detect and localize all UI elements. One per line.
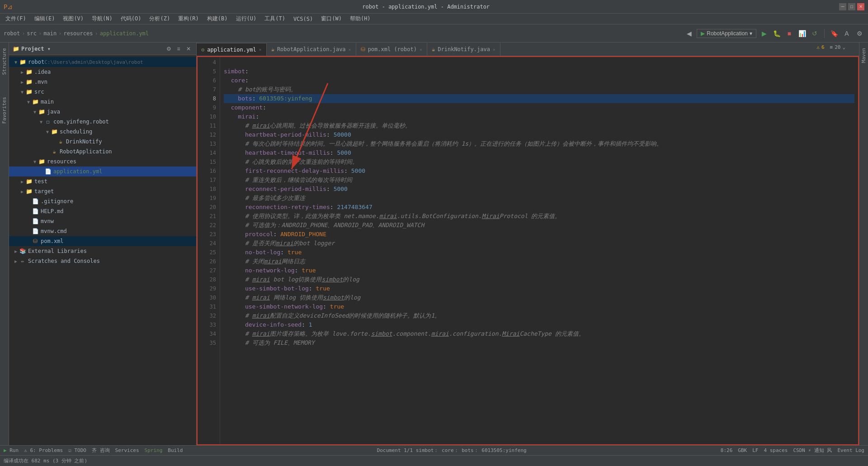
- menu-item-analyze[interactable]: 分析(Z): [146, 14, 174, 24]
- tree-label-mvnw: mvnw: [41, 218, 54, 224]
- tree-item-src[interactable]: ▼ 📁 src: [9, 87, 196, 97]
- left-tab-structure[interactable]: Structure: [0, 44, 8, 79]
- status-spring-btn[interactable]: Spring: [145, 447, 163, 453]
- panel-settings-btn[interactable]: ⚙: [165, 45, 173, 53]
- tab-label-appyml: application.yml: [207, 47, 256, 53]
- encoding-indicator[interactable]: GBK: [738, 447, 747, 453]
- font-button[interactable]: A: [842, 29, 852, 38]
- tab-drinknotify[interactable]: ☕ DrinkNotify.java ✕: [427, 43, 500, 56]
- status-git-btn[interactable]: 齐 咨询: [92, 447, 110, 454]
- menu-item-tools[interactable]: 工具(T): [261, 14, 289, 24]
- menu-item-edit[interactable]: 编辑(E): [31, 14, 59, 24]
- ln-27: 27: [198, 266, 216, 275]
- tab-robotapp[interactable]: ☕ RobotApplication.java ✕: [267, 43, 356, 56]
- tree-item-pom[interactable]: ▶ ⛁ pom.xml: [9, 236, 196, 246]
- menu-item-code[interactable]: 代码(O): [117, 14, 145, 24]
- maximize-button[interactable]: □: [848, 3, 855, 10]
- tree-item-mvn[interactable]: ▶ 📁 .mvn: [9, 77, 196, 87]
- bookmark-button[interactable]: 🔖: [829, 29, 839, 38]
- tree-item-scratches[interactable]: ▶ ✏ Scratches and Consoles: [9, 256, 196, 266]
- menu-item-run[interactable]: 运行(U): [232, 14, 260, 24]
- status-run-btn[interactable]: ▶ Run: [4, 447, 19, 453]
- line-sep-indicator[interactable]: LF: [752, 447, 758, 453]
- run-config-button[interactable]: ▶ RobotApplication ▾: [697, 29, 756, 38]
- folder-icon-mvn: 📁: [25, 78, 33, 86]
- panel-close-btn[interactable]: ✕: [184, 45, 193, 53]
- ln-18: 18: [198, 185, 216, 194]
- tree-item-test[interactable]: ▶ 📁 test: [9, 176, 196, 186]
- code-line-22: # 可选值为：ANDROID_PHONE、ANDROID_PAD、ANDROID…: [224, 221, 854, 230]
- right-tab-maven[interactable]: Maven: [860, 44, 868, 67]
- run-button[interactable]: ▶: [759, 29, 769, 38]
- notification-label[interactable]: CSDN ⚡ 通知 风: [793, 447, 832, 454]
- tab-close-drinknotify[interactable]: ✕: [493, 47, 495, 52]
- breadcrumb-robot[interactable]: robot: [4, 30, 20, 37]
- status-services-btn[interactable]: Services: [115, 447, 139, 453]
- tree-item-main[interactable]: ▼ 📁 main: [9, 97, 196, 107]
- tree-label-mvnwcmd: mvnw.cmd: [41, 228, 67, 234]
- expand-arrow-test: ▶: [19, 178, 25, 185]
- status-problems-btn[interactable]: ⚠ 6: Problems: [24, 447, 63, 453]
- menu-item-file[interactable]: 文件(F): [2, 14, 30, 24]
- minimize-button[interactable]: ─: [839, 3, 846, 10]
- tree-item-robot[interactable]: ▼ 📁 robot C:\Users\admin\Desktop\java\ro…: [9, 57, 196, 67]
- menu-item-help[interactable]: 帮助(H): [346, 14, 374, 24]
- panel-collapse-btn[interactable]: ≡: [175, 45, 183, 53]
- event-log-label[interactable]: Event Log: [837, 447, 864, 453]
- back-button[interactable]: ◀: [684, 29, 694, 38]
- code-line-4: [224, 58, 854, 67]
- code-line-7: # bot的账号与密码。: [224, 85, 854, 94]
- breadcrumb-resources[interactable]: resources: [63, 30, 93, 37]
- settings-button[interactable]: ⚙: [854, 29, 864, 38]
- run-label: Run: [9, 447, 19, 453]
- tree-label-drinknotify: DrinkNotify: [66, 138, 102, 145]
- stop-button[interactable]: ■: [784, 29, 794, 38]
- breadcrumb-main[interactable]: main: [43, 30, 57, 37]
- tree-item-extlibs[interactable]: ▶ 📚 External Libraries: [9, 246, 196, 256]
- tree-item-package[interactable]: ▼ ◻ com.yinfeng.robot: [9, 117, 196, 127]
- code-line-5: simbot:: [224, 67, 854, 76]
- tab-pom[interactable]: ⛁ pom.xml (robot) ✕: [356, 43, 427, 56]
- tree-item-gitignore[interactable]: ▶ 📄 .gitignore: [9, 196, 196, 206]
- close-button[interactable]: ✕: [857, 3, 864, 10]
- code-line-24: # 是否关闭mirai的bot logger: [224, 239, 854, 248]
- tree-item-scheduling[interactable]: ▼ 📁 scheduling: [9, 127, 196, 137]
- tab-appyml[interactable]: ⚙ application.yml ✕: [197, 43, 267, 56]
- tab-close-pom[interactable]: ✕: [420, 47, 422, 52]
- status-build-btn[interactable]: Build: [168, 447, 183, 453]
- run-config-icon: ▶: [701, 30, 705, 37]
- menu-item-refactor[interactable]: 重构(R): [175, 14, 203, 24]
- tree-item-idea[interactable]: ▶ 📁 .idea: [9, 67, 196, 77]
- tree-item-robotapp[interactable]: ▶ ☕ RobotApplication: [9, 147, 196, 157]
- line-numbers: 4 5 6 7 8 9 10 11 12 13 14 15 16 17 18 1…: [198, 57, 220, 444]
- breadcrumb-appyml[interactable]: application.yml: [100, 30, 149, 37]
- code-line-20: reconnection-retry-times: 2147483647: [224, 203, 854, 212]
- ln-14: 14: [198, 148, 216, 157]
- tab-close-robotapp[interactable]: ✕: [349, 47, 351, 52]
- ln-35: 35: [198, 338, 216, 347]
- tree-item-resources[interactable]: ▼ 📁 resources: [9, 157, 196, 166]
- tab-close-appyml[interactable]: ✕: [259, 47, 262, 52]
- breadcrumb-src[interactable]: src: [27, 30, 37, 37]
- menu-item-window[interactable]: 窗口(W): [317, 14, 345, 24]
- tree-item-java[interactable]: ▼ 📁 java: [9, 107, 196, 117]
- status-todo-btn[interactable]: ☑ TODO: [68, 447, 86, 453]
- code-line-8: bots: 6013505:yinfeng: [224, 94, 854, 103]
- menu-item-navigate[interactable]: 导航(N): [88, 14, 116, 24]
- tree-item-help[interactable]: ▶ 📄 HELP.md: [9, 206, 196, 216]
- refresh-button[interactable]: ↺: [810, 29, 820, 38]
- menu-item-vcs[interactable]: VCS(S): [290, 15, 316, 23]
- tree-item-target[interactable]: ▶ 📁 target: [9, 186, 196, 196]
- code-line-32: # mirai配置自定义deviceInfoSeed的时候使用的随机种子。默认为…: [224, 311, 854, 320]
- tree-item-drinknotify[interactable]: ▶ ☕ DrinkNotify: [9, 137, 196, 147]
- tree-item-mvnw[interactable]: ▶ 📄 mvnw: [9, 216, 196, 226]
- code-area[interactable]: simbot: core: # bot的账号与密码。 bots: 6013505…: [220, 57, 858, 444]
- debug-button[interactable]: 🐛: [772, 29, 782, 38]
- menu-item-view[interactable]: 视图(V): [59, 14, 87, 24]
- coverage-button[interactable]: 📊: [797, 29, 807, 38]
- tree-item-mvnwcmd[interactable]: ▶ 📄 mvnw.cmd: [9, 226, 196, 236]
- code-line-21: # 使用协议类型。详，此值为枚举类 net.mamoe.mirai.utils.…: [224, 212, 854, 221]
- menu-item-build[interactable]: 构建(B): [203, 14, 231, 24]
- left-tab-favorites[interactable]: Favorites: [0, 93, 8, 128]
- tree-item-appyml[interactable]: ▶ 📄 application.yml: [9, 166, 196, 176]
